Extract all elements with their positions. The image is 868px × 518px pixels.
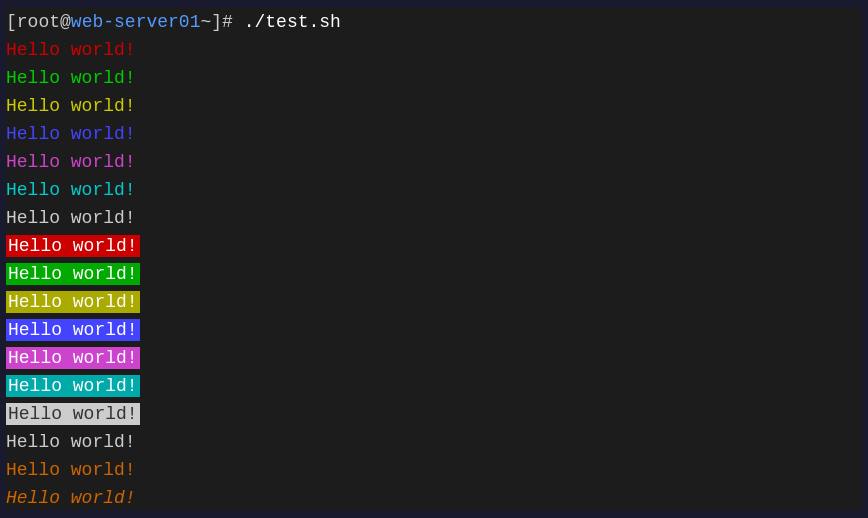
output-line: Hello world!	[6, 316, 862, 344]
output-line: Hello world!	[6, 232, 862, 260]
prompt-line: [root@web-server01~]# ./test.sh	[6, 8, 862, 36]
prompt-user: root	[17, 12, 60, 32]
prompt-hash: #	[222, 12, 244, 32]
output-line: Hello world!	[6, 204, 862, 232]
prompt-at: @	[60, 12, 71, 32]
output-line: Hello world!	[6, 456, 862, 484]
prompt-host: web-server01	[71, 12, 201, 32]
output-line: Hello world!	[6, 512, 862, 518]
output-line: Hello world!	[6, 288, 862, 316]
output-line: Hello world!	[6, 344, 862, 372]
output-line: Hello world!	[6, 148, 862, 176]
output-lines: Hello world!Hello world!Hello world!Hell…	[6, 36, 862, 518]
output-line: Hello world!	[6, 400, 862, 428]
prompt-tilde: ~]	[200, 12, 222, 32]
output-line: Hello world!	[6, 260, 862, 288]
output-line: Hello world!	[6, 92, 862, 120]
prompt-command: ./test.sh	[244, 12, 341, 32]
terminal: [root@web-server01~]# ./test.sh Hello wo…	[6, 8, 862, 510]
output-line: Hello world!	[6, 176, 862, 204]
output-line: Hello world!	[6, 36, 862, 64]
output-line: Hello world!	[6, 428, 862, 456]
output-line: Hello world!	[6, 64, 862, 92]
output-line: Hello world!	[6, 484, 862, 512]
output-line: Hello world!	[6, 372, 862, 400]
prompt-bracket: [	[6, 12, 17, 32]
output-line: Hello world!	[6, 120, 862, 148]
